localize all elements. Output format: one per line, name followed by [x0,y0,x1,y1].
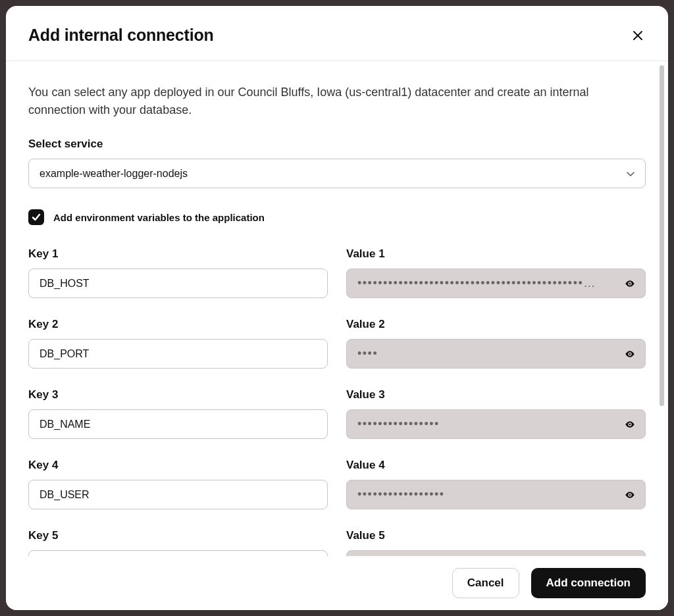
env-var-key-label: Key 2 [28,318,328,331]
env-var-value-wrap [346,269,646,298]
close-button[interactable] [630,28,646,43]
reveal-value-button[interactable] [622,417,638,432]
modal-title: Add internal connection [28,26,214,45]
reveal-value-button[interactable] [622,346,638,362]
env-var-key-cell: Key 1 [28,247,328,298]
cancel-button[interactable]: Cancel [452,568,519,598]
env-var-key-input[interactable] [28,409,328,439]
env-var-key-label: Key 1 [28,247,328,261]
env-var-key-cell: Key 3 [28,388,328,439]
env-var-key-input[interactable] [28,480,328,509]
env-vars-checkbox-row: Add environment variables to the applica… [28,209,646,225]
env-var-key-label: Key 3 [28,388,328,401]
select-service-wrap: example-weather-logger-nodejs [28,159,646,188]
env-vars-grid: Key 1Value 1Key 2Value 2Key 3Value 3Key … [28,247,646,556]
env-var-value-cell: Value 5 [346,529,646,556]
env-var-key-cell: Key 2 [28,318,328,369]
env-var-value-wrap [346,550,646,556]
eye-icon [625,278,635,289]
env-var-value-input[interactable] [346,480,646,509]
select-service-dropdown[interactable]: example-weather-logger-nodejs [28,159,646,188]
env-var-key-label: Key 5 [28,529,328,542]
env-var-value-label: Value 5 [346,529,646,542]
env-var-key-label: Key 4 [28,459,328,472]
reveal-value-button[interactable] [622,487,638,503]
add-internal-connection-modal: Add internal connection You can select a… [6,6,668,610]
select-service-label: Select service [28,138,646,151]
env-var-key-cell: Key 4 [28,459,328,509]
check-icon [32,213,41,222]
close-icon [633,30,643,41]
eye-icon [625,349,635,359]
env-var-value-input[interactable] [346,409,646,439]
env-var-value-cell: Value 2 [346,318,646,369]
env-var-value-input[interactable] [346,269,646,298]
env-var-value-label: Value 3 [346,388,646,401]
env-var-key-cell: Key 5 [28,529,328,556]
env-var-value-label: Value 1 [346,247,646,261]
modal-body: You can select any app deployed in our C… [6,61,656,556]
env-var-key-input[interactable] [28,269,328,298]
env-var-value-wrap [346,409,646,439]
env-var-value-wrap [346,480,646,509]
env-var-key-input[interactable] [28,550,328,556]
scrollbar-thumb[interactable] [660,65,664,406]
env-var-key-input[interactable] [28,339,328,369]
eye-icon [625,490,635,500]
env-vars-checkbox-label[interactable]: Add environment variables to the applica… [53,212,265,223]
env-var-value-input[interactable] [346,550,646,556]
env-var-value-cell: Value 4 [346,459,646,509]
env-vars-checkbox[interactable] [28,209,44,225]
add-connection-button[interactable]: Add connection [531,568,646,598]
reveal-value-button[interactable] [622,276,638,292]
modal-footer: Cancel Add connection [6,556,668,610]
scrollbar-track[interactable] [660,65,664,552]
modal-scroll-area: You can select any app deployed in our C… [6,61,668,556]
env-var-value-label: Value 4 [346,459,646,472]
env-var-value-input[interactable] [346,339,646,369]
env-var-value-cell: Value 1 [346,247,646,298]
modal-description: You can select any app deployed in our C… [28,84,634,119]
env-var-value-cell: Value 3 [346,388,646,439]
env-var-value-wrap [346,339,646,369]
eye-icon [625,419,635,430]
modal-header: Add internal connection [6,6,668,61]
env-var-value-label: Value 2 [346,318,646,331]
